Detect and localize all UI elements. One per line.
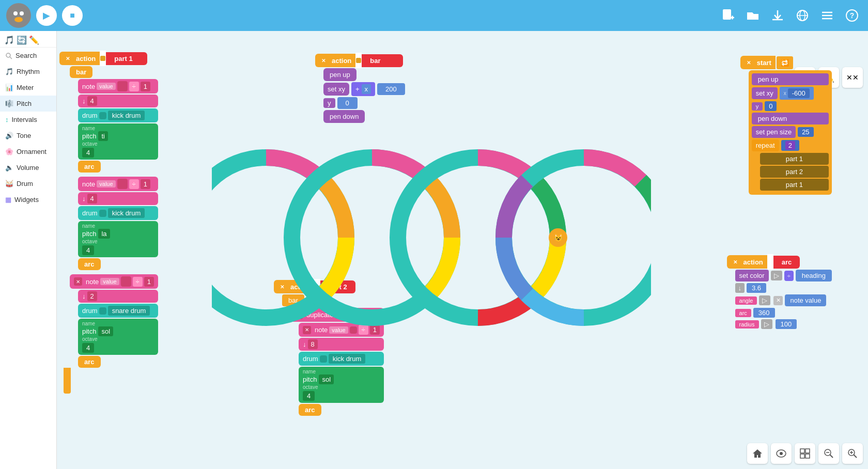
action-block-label: ✕ action xyxy=(59,52,100,65)
zoom-in-button[interactable] xyxy=(842,443,863,464)
svg-rect-29 xyxy=(800,454,804,458)
y-label-block: y xyxy=(323,98,335,108)
bar-block: bar xyxy=(70,66,92,78)
start-part1: part 1 xyxy=(760,153,829,165)
pitch-block-1: name pitch ti octave 4 xyxy=(78,123,158,160)
action-arc-header: ✕ action xyxy=(727,255,767,269)
value-label: value xyxy=(97,83,115,90)
tab-edit[interactable]: ✏️ xyxy=(29,35,39,45)
heading-val-row: ↓ 3.6 xyxy=(735,283,832,293)
val4-block: 4 xyxy=(87,96,97,106)
radius-row: radius ▷ 100 xyxy=(735,319,832,329)
start-pen-down: pen down xyxy=(752,113,829,124)
note-down-block: ↓ 4 xyxy=(78,95,158,107)
folder-icon[interactable] xyxy=(743,6,763,25)
start-body: pen up set xy x -600 y 0 pen down set pe… xyxy=(749,70,832,195)
svg-point-17 xyxy=(6,53,10,57)
tab-music[interactable]: 🎵 xyxy=(4,35,14,45)
nested-arc-block: arc xyxy=(299,404,321,416)
pitch-block-3: name pitch sol octave 4 xyxy=(78,319,158,355)
tab-refresh[interactable]: 🔄 xyxy=(17,35,27,45)
globe-icon[interactable] xyxy=(793,6,812,25)
sidebar-item-pitch[interactable]: 🎼 Pitch xyxy=(0,96,56,112)
svg-text:😺: 😺 xyxy=(554,233,563,242)
arc-block-2: arc xyxy=(78,258,101,270)
sidebar-label-tone: Tone xyxy=(17,132,31,139)
pitch-name-block: ti xyxy=(98,131,108,141)
preview-button[interactable] xyxy=(771,443,792,464)
drum-block-2: drum kick drum xyxy=(78,206,158,220)
svg-rect-30 xyxy=(805,454,810,458)
pitch-block-2: name pitch la octave 4 xyxy=(78,221,158,257)
yellow-stem xyxy=(64,368,71,394)
div-symbol: ÷ xyxy=(129,82,139,91)
angle-row: angle ▷ ✕ note value xyxy=(735,294,832,306)
svg-rect-4 xyxy=(723,9,731,20)
start-icon: 🔁 xyxy=(777,56,793,69)
menu-icon[interactable] xyxy=(817,6,837,25)
note-block-1: note value ÷ 1 xyxy=(78,79,158,93)
app-logo xyxy=(6,3,31,28)
toolbar: ▶ ■ ? xyxy=(0,0,868,31)
action-label-2: ✕ action xyxy=(315,54,355,67)
sidebar-item-rhythm[interactable]: 🎵 Rhythm xyxy=(0,64,56,80)
drum-block-1: drum kick drum xyxy=(78,108,158,122)
new-icon[interactable] xyxy=(718,6,738,25)
play-button[interactable]: ▶ xyxy=(36,5,57,26)
connector-pink xyxy=(117,81,128,91)
start-part2: part 2 xyxy=(760,166,829,178)
start-y-val: y 0 xyxy=(752,101,829,111)
note-down-3: ↓ 2 xyxy=(78,290,158,303)
sidebar-label-ornament: Ornament xyxy=(17,148,47,155)
octave-val-block: 4 xyxy=(82,148,94,158)
bottom-right-tools xyxy=(747,443,863,464)
connector-2 xyxy=(355,53,362,68)
sidebar-item-meter[interactable]: 📊 Meter xyxy=(0,80,56,96)
block-group-start: ✕ start 🔁 pen up set xy x -600 y 0 pen d… xyxy=(740,56,832,195)
sidebar-item-intervals[interactable]: ↕ Intervals xyxy=(0,112,56,128)
home-button[interactable] xyxy=(747,443,768,464)
close-x-icon[interactable]: ✕ xyxy=(64,54,72,62)
svg-point-26 xyxy=(780,452,783,455)
val1-block: 1 xyxy=(141,82,150,91)
sidebar-label-rhythm: Rhythm xyxy=(17,68,40,75)
svg-point-1 xyxy=(13,11,18,15)
svg-rect-27 xyxy=(800,449,804,453)
sidebar-label-volume: Volume xyxy=(17,164,39,171)
set-color-row: set color ▷ ÷ heading xyxy=(735,270,832,282)
block-group-action-arc: ✕ action arc set color ▷ ÷ heading ↓ 3.6 xyxy=(727,254,832,331)
sidebar-label-pitch: Pitch xyxy=(17,100,32,107)
sidebar-item-ornament[interactable]: 🌸 Ornament xyxy=(0,144,56,160)
sidebar-item-volume[interactable]: 🔈 Volume xyxy=(0,160,56,176)
octave-label: octave xyxy=(82,141,154,147)
download-icon[interactable] xyxy=(768,6,787,25)
help-icon[interactable]: ? xyxy=(842,6,862,25)
sidebar-item-widgets[interactable]: ▦ Widgets xyxy=(0,192,56,208)
svg-line-32 xyxy=(830,455,833,458)
grid-button[interactable] xyxy=(795,443,815,464)
set-xy-block: set xy xyxy=(323,83,349,96)
drum-block-3: drum snare drum xyxy=(78,304,158,318)
stop-button[interactable]: ■ xyxy=(62,5,83,26)
set-xy-row: set xy + x 200 xyxy=(323,82,405,96)
rings-visualization: 😺 xyxy=(212,145,651,331)
pen-down-block: pen down xyxy=(323,110,365,123)
block-group-action-part1: ✕ action part 1 bar note value ÷ xyxy=(59,51,158,394)
drum-connector xyxy=(99,112,106,119)
sidebar-item-drum[interactable]: 🥁 Drum xyxy=(0,176,56,192)
x-connector-block: + x xyxy=(351,82,375,96)
nested-drum-block: drum kick drum xyxy=(299,352,384,366)
nested-note-down: ↓ 8 xyxy=(299,338,384,351)
sidebar-tabs: 🎵 🔄 ✏️ xyxy=(0,31,56,48)
sidebar-label-drum: Drum xyxy=(17,180,33,187)
note-block-2: note value ÷ 1 xyxy=(78,177,158,191)
sidebar-label-intervals: Intervals xyxy=(12,116,37,123)
close-view-button[interactable]: ✕✕ xyxy=(842,67,863,88)
x-val-block: 200 xyxy=(377,83,405,95)
arc-header-block: arc xyxy=(773,256,800,269)
zoom-out-button[interactable] xyxy=(818,443,839,464)
sidebar-item-search[interactable]: Search xyxy=(0,48,56,64)
svg-text:?: ? xyxy=(850,11,855,20)
sidebar-item-tone[interactable]: 🔊 Tone xyxy=(0,128,56,144)
svg-point-2 xyxy=(20,11,24,15)
